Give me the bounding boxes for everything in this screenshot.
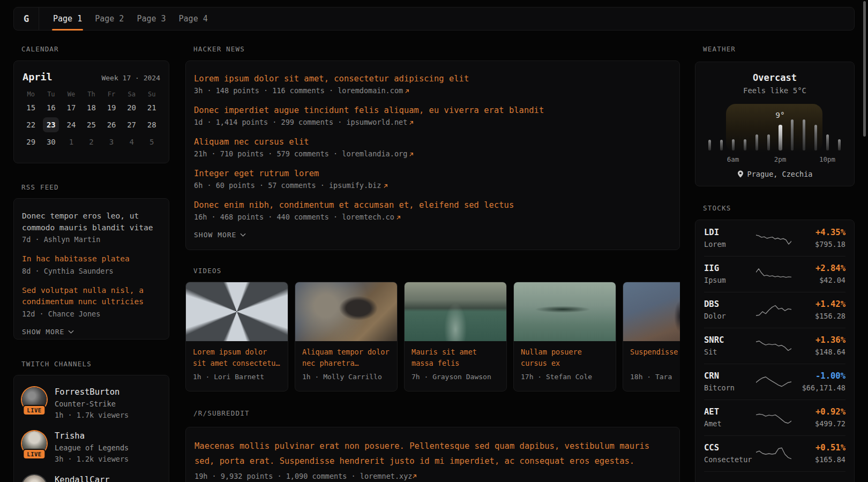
stock-name: Ipsum — [704, 276, 756, 284]
twitch-avatar-wrap: LIVE — [22, 387, 47, 412]
tab-page-3[interactable]: Page 3 — [137, 7, 166, 30]
twitch-channel-text: ForrestBurtonCounter-Strike1h · 1.7k vie… — [55, 386, 129, 421]
stock-row[interactable]: AHS+0.46% — [695, 471, 854, 482]
stock-change-percent: -1.00% — [791, 371, 845, 381]
hackernews-item-domain-link[interactable]: loremtech.co — [342, 213, 394, 221]
twitch-avatar-wrap: LIVE — [22, 431, 47, 456]
calendar-day: 20 — [122, 100, 142, 115]
video-title[interactable]: Nullam posuere cursus ex — [521, 347, 609, 369]
stock-row[interactable]: LDILorem+4.35%$795.18 — [695, 220, 854, 256]
avatar[interactable] — [22, 475, 47, 482]
video-thumbnail[interactable] — [405, 282, 506, 341]
video-thumbnail[interactable] — [514, 282, 616, 341]
rss-item: In hac habitasse platea8d · Cynthia Saun… — [22, 253, 161, 277]
stock-name: Bitcorn — [704, 383, 756, 392]
tab-page-4[interactable]: Page 4 — [179, 7, 208, 30]
app-logo[interactable]: G — [14, 7, 39, 30]
stock-spark-wrap — [756, 374, 791, 390]
hackernews-item-meta: 16h · 468 points · 440 comments · loremt… — [194, 212, 671, 223]
rss-show-more-button[interactable]: SHOW MORE — [22, 328, 161, 336]
tab-page-2[interactable]: Page 2 — [95, 7, 124, 30]
stock-ticker: DBS — [704, 299, 756, 309]
video-meta: 1h · Molly Carrillo — [302, 373, 390, 381]
weather-widget: Overcast Feels like 5°C 9° Prague, Czech… — [695, 62, 855, 186]
rss-widget: Donec tempor eros leo, ut commodo mauris… — [13, 198, 169, 340]
stock-id: SNRCSit — [704, 335, 756, 356]
subreddit-post-title[interactable]: Maecenas mollis pulvinar erat non posuer… — [194, 439, 671, 469]
calendar-day: 4 — [122, 134, 142, 149]
calendar-day: 5 — [141, 134, 162, 149]
hackernews-show-more-button[interactable]: SHOW MORE — [194, 231, 671, 239]
stock-sparkline — [756, 302, 791, 318]
hackernews-item: Integer eget rutrum lorem6h · 60 points … — [194, 168, 671, 191]
rss-item-title[interactable]: Sed volutpat nulla nisl, a condimentum n… — [22, 285, 161, 308]
weather-bar — [767, 134, 770, 150]
hackernews-item-domain-link[interactable]: ipsumworld.net — [346, 118, 407, 126]
stock-price: $66,171.48 — [791, 383, 845, 392]
calendar-week-year: Week 17 · 2024 — [101, 74, 160, 82]
calendar-day: 26 — [101, 117, 122, 132]
video-thumbnail[interactable] — [186, 282, 288, 341]
stock-row[interactable]: CRNBitcorn-1.00%$66,171.48 — [695, 364, 854, 400]
rss-item-meta: 12d · Chance Jones — [22, 308, 161, 320]
video-thumbnail[interactable] — [295, 282, 397, 341]
external-link-icon — [396, 215, 401, 220]
subreddit-post-meta: 19h · 9,932 points · 1,090 comments · lo… — [194, 472, 671, 480]
video-card: Aliquam tempor dolor nec pharetra…1h · M… — [295, 282, 398, 391]
video-title[interactable]: Lorem ipsum dolor sit amet consectetu… — [193, 347, 281, 369]
subreddit-post-domain-link[interactable]: loremnet.xyz — [360, 472, 413, 480]
twitch-channel-name[interactable]: ForrestBurton — [55, 386, 129, 398]
hackernews-item-domain-link[interactable]: ipsumify.biz — [329, 181, 381, 190]
chevron-down-icon — [240, 233, 246, 237]
weekday-label: Fr — [101, 91, 122, 98]
chevron-down-icon — [68, 330, 74, 334]
stock-row[interactable]: AETAmet+0.92%$499.72 — [695, 400, 854, 435]
calendar-day: 25 — [81, 117, 102, 132]
video-card: Mauris sit amet massa felis7h · Grayson … — [404, 282, 507, 391]
twitch-channel-viewers: 1h · 1.7k viewers — [55, 410, 129, 421]
hackernews-item-domain-link[interactable]: loremdomain.com — [338, 86, 403, 95]
rss-item-meta: 8d · Cynthia Saunders — [22, 266, 161, 277]
calendar-day: 18 — [81, 100, 102, 115]
stock-row[interactable]: DBSDolor+1.42%$156.28 — [695, 292, 854, 328]
stock-id: AETAmet — [704, 407, 756, 428]
calendar-day: 15 — [21, 100, 41, 115]
twitch-channel-row: KendallCarr — [22, 474, 161, 482]
hackernews-item-title[interactable]: Donec enim nibh, condimentum et accumsan… — [194, 199, 671, 211]
twitch-channel-name[interactable]: Trisha — [55, 430, 129, 442]
stock-row[interactable]: IIGIpsum+2.84%$42.04 — [695, 256, 854, 292]
weather-bar — [826, 134, 829, 150]
video-title[interactable]: Mauris sit amet massa felis — [411, 347, 499, 369]
rss-item-title[interactable]: Donec tempor eros leo, ut commodo mauris… — [22, 210, 161, 234]
stock-row[interactable]: SNRCSit+1.36%$148.64 — [695, 328, 854, 364]
video-title[interactable]: Suspendisse diam — [630, 347, 680, 369]
video-card: Suspendisse diam18h · Tara — [623, 282, 680, 391]
rss-item-title[interactable]: In hac habitasse platea — [22, 253, 161, 265]
hackernews-section-title: HACKER NEWS — [185, 45, 680, 53]
hackernews-item-title[interactable]: Lorem ipsum dolor sit amet, consectetur … — [194, 73, 671, 85]
page-scrollbar-thumb[interactable] — [863, 1, 866, 137]
weather-current-temp: 9° — [772, 111, 788, 119]
video-title[interactable]: Aliquam tempor dolor nec pharetra… — [302, 347, 390, 369]
video-card-body: Suspendisse diam18h · Tara — [623, 341, 680, 386]
weather-bar — [720, 140, 723, 150]
video-meta: 7h · Grayson Dawson — [411, 373, 499, 381]
video-card-body: Nullam posuere cursus ex17h · Stefan Col… — [514, 341, 616, 386]
hackernews-item-title[interactable]: Donec imperdiet augue tincidunt felis al… — [194, 104, 671, 116]
hackernews-item: Donec enim nibh, condimentum et accumsan… — [194, 199, 671, 223]
weekday-label: Su — [141, 91, 162, 98]
hackernews-item-title[interactable]: Aliquam nec cursus elit — [194, 136, 671, 148]
stock-id: CRNBitcorn — [704, 371, 756, 392]
video-thumbnail[interactable] — [623, 282, 680, 341]
stock-ticker: IIG — [704, 263, 756, 273]
live-badge: LIVE — [23, 405, 46, 416]
stock-row[interactable]: CCSConsectetur+0.51%$165.84 — [695, 435, 854, 471]
twitch-channel-name[interactable]: KendallCarr — [55, 474, 110, 482]
hackernews-item-title[interactable]: Integer eget rutrum lorem — [194, 168, 671, 179]
weather-bar — [838, 139, 841, 150]
weather-bar — [755, 134, 758, 150]
hackernews-item-domain-link[interactable]: loremlandia.org — [342, 149, 407, 158]
video-card-body: Mauris sit amet massa felis7h · Grayson … — [405, 341, 506, 386]
tab-page-1[interactable]: Page 1 — [53, 7, 82, 30]
stock-price: $499.72 — [791, 419, 845, 428]
